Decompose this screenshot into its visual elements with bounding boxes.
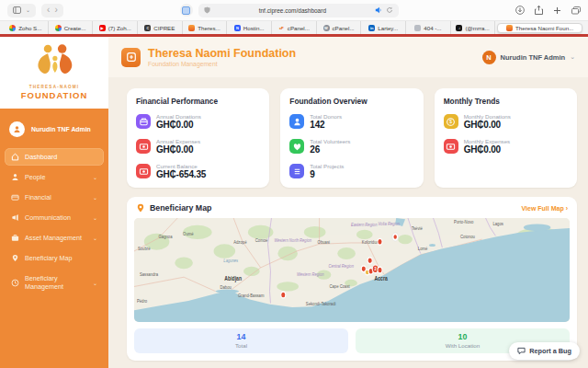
map-label: Cape Coast (329, 283, 350, 289)
sidebar-item-asset-management[interactable]: Asset Management⌄ (5, 229, 104, 247)
view-full-map-link[interactable]: View Full Map› (522, 205, 569, 212)
tab-favicon: W (323, 25, 330, 31)
forward-button[interactable]: › (54, 6, 57, 15)
map-label: Accra (375, 275, 389, 282)
sidebar-item-communication[interactable]: Communication⌄ (5, 209, 104, 226)
cash-icon (136, 139, 151, 154)
extension-button[interactable] (180, 4, 193, 17)
stat-value: GH₵-654.35 (156, 169, 206, 179)
sidebar-item-beneficiary-management[interactable]: Beneficiary Management⌄ (5, 270, 104, 295)
browser-tab[interactable]: Create... (49, 21, 94, 34)
address-bar[interactable]: tnf.cipree.com/dashboard (198, 4, 399, 17)
new-tab-icon[interactable] (553, 6, 561, 15)
report-bug-button[interactable]: Report a Bug (509, 342, 580, 360)
tab-favicon: C (144, 25, 151, 31)
app-window: THERESA-NAOMI FOUNDATION Nurudin TNF Adm… (0, 37, 588, 368)
map-label: Sekondi-Takoradi (306, 302, 336, 307)
sidebar-item-financial[interactable]: Financial⌄ (5, 189, 104, 206)
sidebar-item-beneficiary-map[interactable]: Beneficiary Map (5, 249, 104, 267)
map-marker-red[interactable] (378, 238, 382, 245)
map-label: Sassandra (140, 271, 158, 277)
map-label: Grand-Bassam (238, 293, 264, 299)
map-label: Lagos (492, 221, 503, 226)
map-marker-red[interactable] (281, 292, 286, 298)
header-user-name: Nurudin TNF Admin (501, 53, 566, 62)
stat-label: Monthly Expenses (464, 138, 511, 144)
reload-icon[interactable] (386, 6, 393, 14)
svg-text:$: $ (449, 119, 452, 124)
chevron-right-icon: › (566, 205, 568, 212)
audio-mute-icon[interactable] (375, 6, 382, 14)
map-marker-ring[interactable] (394, 235, 397, 238)
browser-tab[interactable]: ▶(7) Zoh... (93, 21, 138, 34)
stat-label: Total Volunteers (310, 138, 350, 144)
map-canvas[interactable]: GagnoaOuméSoubréSassandraPédroAdzopéComo… (134, 218, 570, 322)
total-value: 14 (134, 332, 348, 341)
history-nav: ‹ › (41, 4, 63, 17)
tab-favicon: in (368, 25, 375, 31)
stat-row: Annual DonationsGH₵0.00 (136, 113, 260, 130)
stat-value: GH₵0.00 (156, 144, 200, 155)
browser-tab-active[interactable]: Theresa Naomi Foun... (497, 23, 582, 33)
map-label: Volta Region (379, 221, 401, 226)
report-bug-label: Report a Bug (529, 347, 571, 355)
map-label: Porto-Novo (454, 220, 474, 225)
app-logo-icon (121, 48, 141, 67)
map-label: Soubré (138, 246, 151, 251)
sidebar-item-label: People (25, 173, 45, 181)
header-user-menu[interactable]: N Nurudin TNF Admin ⌄ (482, 51, 575, 64)
chevron-down-icon: ⌄ (93, 214, 97, 221)
sidebar-item-dashboard[interactable]: Dashboard (5, 148, 104, 166)
list-icon (289, 164, 304, 178)
donor-icon (289, 114, 304, 129)
sidebar-item-people[interactable]: People⌄ (5, 168, 104, 186)
stat-row: Total Volunteers26 (289, 138, 413, 155)
tab-label: cPanel... (333, 25, 355, 31)
tab-favicon: ▶ (99, 25, 106, 31)
browser-tab[interactable]: NHostin... (227, 21, 272, 34)
browser-chrome: ⌄ ‹ › tnf.cipree.com/dashboard Zoho S...… (0, 0, 588, 37)
map-marker-red[interactable] (378, 267, 382, 273)
map-label: Western North Region (274, 237, 311, 243)
page-subtitle: Foundation Management (148, 61, 296, 67)
stat-row: Total Donors142 (289, 113, 413, 130)
sidebar-item-label: Beneficiary Map (25, 254, 73, 262)
stat-row: Monthly ExpensesGH₵0.00 (444, 138, 568, 155)
browser-tab[interactable]: ♪(@mrra... (451, 21, 496, 34)
map-label: Lomé (418, 246, 428, 251)
back-button[interactable]: ‹ (47, 6, 50, 15)
map-label: Western Region (297, 271, 324, 277)
stat-value: GH₵0.00 (156, 120, 201, 130)
browser-tab[interactable]: inLartey... (361, 21, 406, 34)
map-label: Oumé (183, 232, 194, 237)
cash-icon (136, 164, 151, 178)
tab-label: Hostin... (243, 25, 265, 31)
home-icon (11, 153, 19, 161)
card-financial-performance: Financial PerformanceAnnual DonationsGH₵… (127, 88, 269, 188)
map-marker-red[interactable] (368, 258, 372, 264)
stat-row: $Monthly DonationsGH₵0.00 (444, 113, 568, 130)
browser-tab[interactable]: 404 -... (406, 21, 451, 34)
browser-tab[interactable]: Zoho S... (4, 21, 49, 34)
chevron-down-icon: ⌄ (93, 280, 97, 286)
sidebar-item-label: Communication (25, 213, 71, 222)
browser-tab[interactable]: Theres... (183, 21, 228, 34)
share-icon[interactable] (535, 6, 543, 15)
map-label: Abidjan (224, 275, 242, 282)
downloads-icon[interactable] (515, 6, 525, 15)
sidebar-toggle-button[interactable]: ⌄ (7, 4, 36, 17)
page-title: Theresa Naomi Foundation (148, 47, 296, 60)
browser-tab[interactable]: cPcPanel... (272, 21, 317, 34)
sidebar-item-label: Financial (25, 193, 51, 201)
tab-overview-icon[interactable] (571, 6, 581, 15)
browser-tab[interactable]: CCIPREE (138, 21, 183, 34)
tab-strip: Zoho S...Create...▶(7) Zoh...CCIPREETher… (0, 20, 588, 34)
map-label: Cotonou (460, 234, 475, 239)
pin-icon (11, 254, 19, 262)
map-label: Pédro (137, 299, 147, 305)
browser-tab[interactable]: WcPanel... (317, 21, 362, 34)
chevron-down-icon: ⌄ (93, 235, 97, 241)
map-label: Comoé (255, 237, 268, 243)
tab-favicon (414, 25, 421, 31)
map-label: Dabou (220, 285, 232, 291)
